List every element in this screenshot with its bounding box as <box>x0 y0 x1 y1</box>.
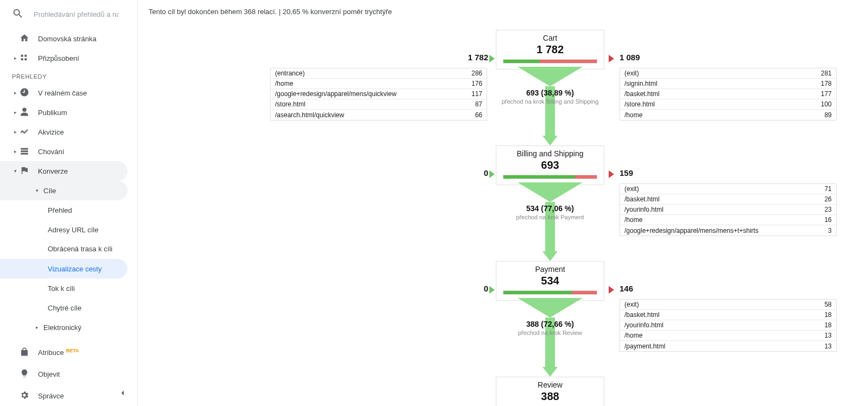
nav-acquisition-label: Akvizice <box>38 128 64 136</box>
nav-ecommerce-label: Elektronický <box>43 323 81 332</box>
nav-home-label: Domovská stránka <box>38 35 97 43</box>
step-out-count: 1 089 <box>620 53 640 62</box>
step-value: 693 <box>499 159 602 172</box>
section-reports: PŘEHLEDY <box>0 68 137 83</box>
funnel-visualization: Cart1 7821 7821 089693 (38,89 %)přechod … <box>149 30 852 399</box>
nav-goals-smart[interactable]: Chytré cíle <box>0 298 137 318</box>
exit-table: (exit)281/signin.html178/basket.html177/… <box>620 68 837 120</box>
table-row[interactable]: /home16 <box>620 215 836 225</box>
funnel-step-1: Billing and Shipping693 <box>496 145 604 185</box>
step-value: 388 <box>499 390 602 403</box>
step-title: Review <box>499 380 602 389</box>
nav-conversions[interactable]: ▾ Konverze <box>0 161 127 181</box>
person-icon <box>20 107 31 118</box>
collapse-icon: ▾ <box>12 168 18 174</box>
step-bar <box>503 290 597 295</box>
step-in-arrow-icon <box>489 55 495 62</box>
step-bar <box>503 59 597 64</box>
step-in-count: 1 782 <box>456 53 488 62</box>
step-in-count: 0 <box>456 284 488 293</box>
nav-goals-flow[interactable]: Tok k cíli <box>0 278 137 298</box>
nav-realtime-label: V reálném čase <box>38 89 87 97</box>
table-row[interactable]: /yourinfo.html18 <box>620 320 836 331</box>
behavior-icon <box>20 146 31 157</box>
attribution-icon <box>20 347 31 358</box>
table-row[interactable]: /basket.html18 <box>620 310 836 320</box>
nav-goals-overview[interactable]: Přehled <box>0 200 137 220</box>
nav-goals-funnelviz[interactable]: Vizualizace cesty <box>0 259 127 278</box>
search-icon <box>12 8 24 21</box>
table-row[interactable]: /google+redesign/apparel/mens/quickview1… <box>271 89 487 99</box>
table-row[interactable]: (exit)281 <box>620 68 836 79</box>
source-table: (entrance)286/home176/google+redesign/ap… <box>270 68 487 120</box>
nav-goals-label: Cíle <box>43 187 56 195</box>
nav-realtime[interactable]: ▸ V reálném čase <box>0 83 137 103</box>
funnel-step-3: Review388 <box>496 377 604 406</box>
table-row[interactable]: /basket.html26 <box>620 194 836 205</box>
nav-goals[interactable]: ▾ Cíle <box>0 181 127 200</box>
search-row[interactable] <box>0 0 137 29</box>
sidebar-collapse-button[interactable] <box>118 388 127 399</box>
step-out-arrow-icon <box>609 286 614 294</box>
table-row[interactable]: /signin.html178 <box>620 79 836 89</box>
sidebar: Domovská stránka ▸ Přizpůsobení PŘEHLEDY… <box>0 0 138 406</box>
table-row[interactable]: (entrance)286 <box>271 68 487 79</box>
step-value: 534 <box>499 275 602 287</box>
transition-label: 534 (77,06 %)přechod na krok Payment <box>496 204 604 220</box>
step-title: Billing and Shipping <box>499 149 602 158</box>
nav-home[interactable]: Domovská stránka <box>0 29 137 48</box>
table-row[interactable]: /home13 <box>620 331 836 341</box>
nav-audience[interactable]: ▸ Publikum <box>0 103 137 122</box>
transition-label: 388 (72,66 %)přechod na krok Review <box>496 320 604 336</box>
bulb-icon <box>20 369 31 380</box>
step-in-count: 0 <box>456 168 488 177</box>
nav-admin[interactable]: Správce <box>0 385 137 406</box>
acquisition-icon <box>20 126 31 138</box>
beta-badge: BETA <box>66 348 79 353</box>
table-row[interactable]: /payment.html13 <box>620 341 836 351</box>
table-row[interactable]: /google+redesign/apparel/mens/mens+t+shi… <box>620 225 836 236</box>
expand-icon: ▸ <box>12 110 18 115</box>
nav-discover-label: Objevit <box>38 370 60 378</box>
table-row[interactable]: (exit)58 <box>620 300 836 310</box>
step-title: Cart <box>499 34 602 42</box>
table-row[interactable]: /store.html87 <box>271 99 487 110</box>
home-icon <box>20 33 31 45</box>
expand-icon: ▸ <box>12 90 18 96</box>
nav-audience-label: Publikum <box>38 109 67 117</box>
table-row[interactable]: /home89 <box>620 110 836 120</box>
search-input[interactable] <box>33 10 119 19</box>
nav-ecommerce[interactable]: ▸ Elektronický <box>0 318 137 337</box>
table-row[interactable]: (exit)71 <box>620 184 836 194</box>
funnel-connector <box>496 298 604 377</box>
nav-goals-urls[interactable]: Adresy URL cíle <box>0 220 137 239</box>
main-content: Tento cíl byl dokončen během 368 relací.… <box>138 0 868 406</box>
expand-icon: ▸ <box>34 325 40 330</box>
transition-label: 693 (38,89 %)přechod na krok Billing and… <box>496 88 604 105</box>
nav-discover[interactable]: Objevit <box>0 363 137 385</box>
table-row[interactable]: /asearch.html/quickview66 <box>271 110 487 120</box>
nav-customize-label: Přizpůsobení <box>38 54 79 62</box>
table-row[interactable]: /basket.html177 <box>620 89 836 99</box>
nav-goals-reverse[interactable]: Obrácená trasa k cíli <box>0 239 137 259</box>
step-out-count: 159 <box>620 168 633 177</box>
table-row[interactable]: /store.html100 <box>620 99 836 110</box>
nav-attribution-label: AtribuceBETA <box>38 348 79 357</box>
step-value: 1 782 <box>499 43 602 56</box>
nav-conversions-label: Konverze <box>38 167 68 175</box>
nav-attribution[interactable]: AtribuceBETA <box>0 341 137 363</box>
nav-acquisition[interactable]: ▸ Akvizice <box>0 122 137 142</box>
summary-line: Tento cíl byl dokončen během 368 relací.… <box>149 8 852 16</box>
step-in-arrow-icon <box>489 170 495 178</box>
nav-customize[interactable]: ▸ Přizpůsobení <box>0 48 137 68</box>
nav-behavior-label: Chování <box>38 148 64 156</box>
table-row[interactable]: /yourinfo.html23 <box>620 205 836 215</box>
nav-behavior[interactable]: ▸ Chování <box>0 142 137 161</box>
table-row[interactable]: /home176 <box>271 79 487 89</box>
funnel-connector <box>496 182 604 261</box>
expand-icon: ▸ <box>12 55 18 61</box>
exit-table: (exit)71/basket.html26/yourinfo.html23/h… <box>620 183 837 236</box>
clock-icon <box>20 87 31 99</box>
customize-icon <box>20 53 31 64</box>
step-out-arrow-icon <box>609 170 614 178</box>
